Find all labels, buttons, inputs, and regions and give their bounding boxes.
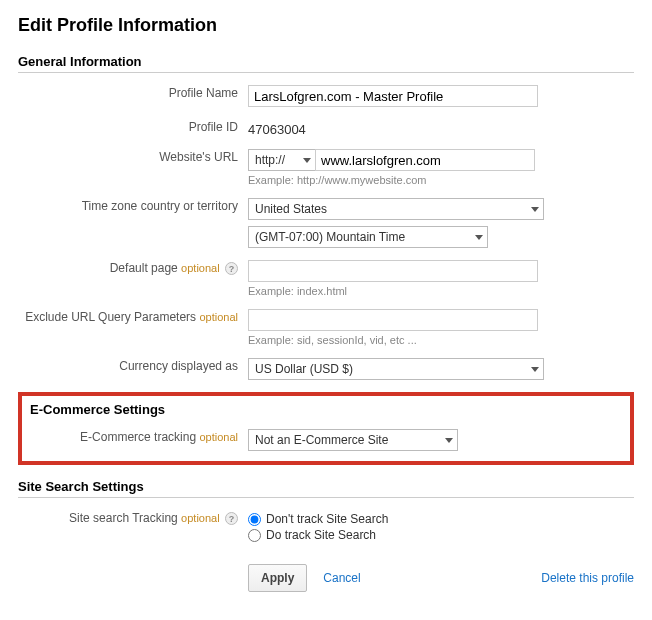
currency-value: US Dollar (USD $) [255, 362, 353, 376]
chevron-down-icon [531, 367, 539, 372]
row-sitesearch-tracking: Site search Tracking optional ? Don't tr… [18, 508, 634, 544]
chevron-down-icon [303, 158, 311, 163]
url-scheme-value: http:// [255, 153, 285, 167]
label-profile-name: Profile Name [18, 83, 248, 100]
website-url-input[interactable] [315, 149, 535, 171]
label-profile-id: Profile ID [18, 117, 248, 134]
currency-select[interactable]: US Dollar (USD $) [248, 358, 544, 380]
cancel-link[interactable]: Cancel [323, 571, 360, 585]
label-currency: Currency displayed as [18, 356, 248, 373]
profile-id-value: 47063004 [248, 119, 306, 137]
sitesearch-radio-off[interactable]: Don't track Site Search [248, 512, 634, 526]
section-sitesearch-title: Site Search Settings [18, 479, 634, 498]
sitesearch-radio-off-label: Don't track Site Search [266, 512, 388, 526]
chevron-down-icon [445, 438, 453, 443]
timezone-country-value: United States [255, 202, 327, 216]
url-scheme-select[interactable]: http:// [248, 149, 316, 171]
row-website-url: Website's URL http:// Example: http://ww… [18, 147, 634, 186]
sitesearch-radio-on[interactable]: Do track Site Search [248, 528, 634, 542]
row-profile-id: Profile ID 47063004 [18, 117, 634, 137]
optional-tag: optional [181, 512, 220, 524]
exclude-params-example: Example: sid, sessionId, vid, etc ... [248, 334, 634, 346]
row-exclude-params: Exclude URL Query Parameters optional Ex… [18, 307, 634, 346]
section-ecommerce-title: E-Commerce Settings [30, 402, 622, 417]
optional-tag: optional [199, 311, 238, 323]
label-website-url: Website's URL [18, 147, 248, 164]
page-title: Edit Profile Information [18, 15, 634, 36]
label-exclude-params: Exclude URL Query Parameters [25, 310, 196, 324]
optional-tag: optional [181, 262, 220, 274]
chevron-down-icon [475, 235, 483, 240]
sitesearch-radio-on-input[interactable] [248, 529, 261, 542]
website-url-example: Example: http://www.mywebsite.com [248, 174, 634, 186]
label-ecommerce-tracking: E-Commerce tracking [80, 430, 196, 444]
timezone-value: (GMT-07:00) Mountain Time [255, 230, 405, 244]
delete-profile-link[interactable]: Delete this profile [541, 571, 634, 585]
optional-tag: optional [199, 431, 238, 443]
row-timezone: Time zone country or territory United St… [18, 196, 634, 248]
section-general-title: General Information [18, 54, 634, 73]
exclude-params-input[interactable] [248, 309, 538, 331]
sitesearch-radio-on-label: Do track Site Search [266, 528, 376, 542]
label-sitesearch-tracking: Site search Tracking [69, 511, 178, 525]
row-profile-name: Profile Name [18, 83, 634, 107]
ecommerce-highlight: E-Commerce Settings E-Commerce tracking … [18, 392, 634, 465]
help-icon[interactable]: ? [225, 512, 238, 525]
row-ecommerce-tracking: E-Commerce tracking optional Not an E-Co… [30, 427, 622, 451]
timezone-select[interactable]: (GMT-07:00) Mountain Time [248, 226, 488, 248]
actions-row: Apply Cancel Delete this profile [18, 564, 634, 592]
chevron-down-icon [531, 207, 539, 212]
label-timezone: Time zone country or territory [18, 196, 248, 213]
profile-name-input[interactable] [248, 85, 538, 107]
timezone-country-select[interactable]: United States [248, 198, 544, 220]
default-page-input[interactable] [248, 260, 538, 282]
label-default-page: Default page [110, 261, 178, 275]
help-icon[interactable]: ? [225, 262, 238, 275]
row-default-page: Default page optional ? Example: index.h… [18, 258, 634, 297]
ecommerce-tracking-value: Not an E-Commerce Site [255, 433, 388, 447]
apply-button[interactable]: Apply [248, 564, 307, 592]
row-currency: Currency displayed as US Dollar (USD $) [18, 356, 634, 380]
ecommerce-tracking-select[interactable]: Not an E-Commerce Site [248, 429, 458, 451]
default-page-example: Example: index.html [248, 285, 634, 297]
sitesearch-radio-off-input[interactable] [248, 513, 261, 526]
